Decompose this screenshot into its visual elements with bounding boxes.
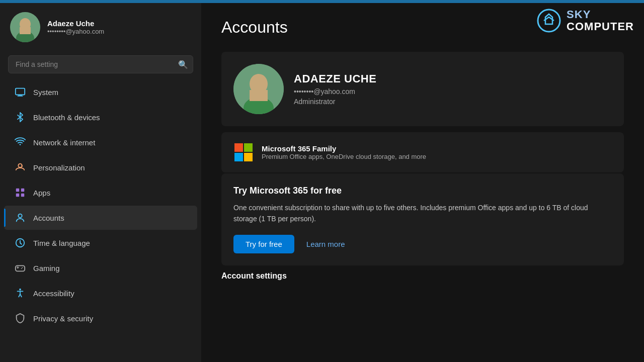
learn-more-button[interactable]: Learn more <box>304 235 347 253</box>
sky-computer-logo-icon <box>536 8 561 33</box>
avatar <box>10 12 40 42</box>
svg-rect-9 <box>16 189 19 192</box>
user-name: Adaeze Uche <box>47 19 104 28</box>
sidebar-item-gaming[interactable]: Gaming <box>4 256 197 280</box>
logo-line2: COMPUTER <box>567 21 634 33</box>
sidebar-item-network[interactable]: Network & internet <box>4 130 197 154</box>
svg-point-8 <box>18 164 22 167</box>
svg-rect-11 <box>16 194 19 197</box>
time-icon <box>14 237 26 249</box>
microsoft365-icon <box>233 142 254 162</box>
profile-email: ••••••••@yahoo.com <box>294 87 376 96</box>
svg-rect-6 <box>18 96 23 96</box>
user-email: ••••••••@yahoo.com <box>47 28 104 35</box>
svg-rect-27 <box>244 153 253 161</box>
m365-title: Microsoft 365 Family <box>262 144 426 153</box>
sidebar-item-apps-label: Apps <box>33 189 50 197</box>
svg-rect-4 <box>16 88 25 95</box>
svg-rect-24 <box>234 143 243 152</box>
svg-point-17 <box>22 267 23 268</box>
apps-icon <box>14 187 26 199</box>
try-card: Try Microsoft 365 for free One convenien… <box>221 173 624 265</box>
sidebar: Adaeze Uche ••••••••@yahoo.com 🔍 System <box>0 3 201 362</box>
main-content: SKY COMPUTER Accounts ADAEZE UCHE ••••••… <box>201 3 644 362</box>
profile-avatar <box>233 64 284 114</box>
svg-rect-15 <box>16 265 25 271</box>
personalization-icon <box>14 161 26 173</box>
svg-point-19 <box>538 10 560 32</box>
svg-rect-23 <box>250 90 268 101</box>
try-card-title: Try Microsoft 365 for free <box>233 186 612 196</box>
accounts-icon <box>14 212 26 224</box>
sidebar-item-system-label: System <box>33 88 58 97</box>
sidebar-item-accessibility-label: Accessibility <box>33 289 74 298</box>
svg-rect-25 <box>244 143 253 152</box>
network-icon <box>14 136 26 148</box>
bluetooth-icon <box>14 111 26 123</box>
m365-card: Microsoft 365 Family Premium Office apps… <box>221 132 624 172</box>
profile-role: Administrator <box>294 98 376 106</box>
sidebar-item-accounts-label: Accounts <box>33 214 64 222</box>
svg-rect-5 <box>18 95 22 96</box>
sidebar-item-bluetooth-label: Bluetooth & devices <box>33 113 100 122</box>
svg-point-16 <box>21 268 22 269</box>
svg-rect-10 <box>21 189 24 192</box>
sidebar-item-system[interactable]: System <box>4 80 197 104</box>
sidebar-item-apps[interactable]: Apps <box>4 180 197 205</box>
try-card-description: One convenient subscription to share wit… <box>233 202 612 225</box>
svg-point-13 <box>18 214 22 218</box>
sidebar-item-network-label: Network & internet <box>33 138 95 147</box>
logo-line1: SKY <box>567 9 634 21</box>
accessibility-icon <box>14 287 26 299</box>
m365-subtitle: Premium Office apps, OneDrive cloud stor… <box>262 153 426 160</box>
svg-point-18 <box>19 289 21 291</box>
account-settings-title: Account settings <box>221 272 624 281</box>
profile-name: ADAEZE UCHE <box>294 72 376 85</box>
try-card-actions: Try for free Learn more <box>233 235 612 253</box>
sidebar-item-personalization-label: Personalization <box>33 163 85 172</box>
sidebar-item-accessibility[interactable]: Accessibility <box>4 281 197 305</box>
profile-info: ADAEZE UCHE ••••••••@yahoo.com Administr… <box>294 72 376 106</box>
sidebar-item-bluetooth[interactable]: Bluetooth & devices <box>4 105 197 129</box>
gaming-icon <box>14 262 26 274</box>
sidebar-item-gaming-label: Gaming <box>33 264 60 273</box>
svg-rect-12 <box>21 194 24 197</box>
m365-info: Microsoft 365 Family Premium Office apps… <box>262 144 426 160</box>
try-for-free-button[interactable]: Try for free <box>233 235 294 253</box>
account-profile-card: ADAEZE UCHE ••••••••@yahoo.com Administr… <box>221 52 624 126</box>
user-profile[interactable]: Adaeze Uche ••••••••@yahoo.com <box>0 3 201 51</box>
svg-rect-3 <box>20 27 31 34</box>
sidebar-item-personalization[interactable]: Personalization <box>4 155 197 179</box>
top-right-logo: SKY COMPUTER <box>536 8 634 33</box>
privacy-icon <box>14 312 26 324</box>
logo-text: SKY COMPUTER <box>567 9 634 33</box>
svg-rect-26 <box>234 153 243 161</box>
sidebar-item-privacy-label: Privacy & security <box>33 314 93 323</box>
sidebar-item-time[interactable]: Time & language <box>4 231 197 255</box>
search-box[interactable]: 🔍 <box>8 55 193 73</box>
sidebar-item-accounts[interactable]: Accounts <box>4 206 197 230</box>
svg-point-7 <box>20 144 21 145</box>
sidebar-item-time-label: Time & language <box>33 239 90 247</box>
search-icon[interactable]: 🔍 <box>178 60 188 69</box>
user-info: Adaeze Uche ••••••••@yahoo.com <box>47 19 104 35</box>
search-input[interactable] <box>8 55 193 73</box>
system-icon <box>14 86 26 98</box>
sidebar-item-privacy[interactable]: Privacy & security <box>4 306 197 330</box>
